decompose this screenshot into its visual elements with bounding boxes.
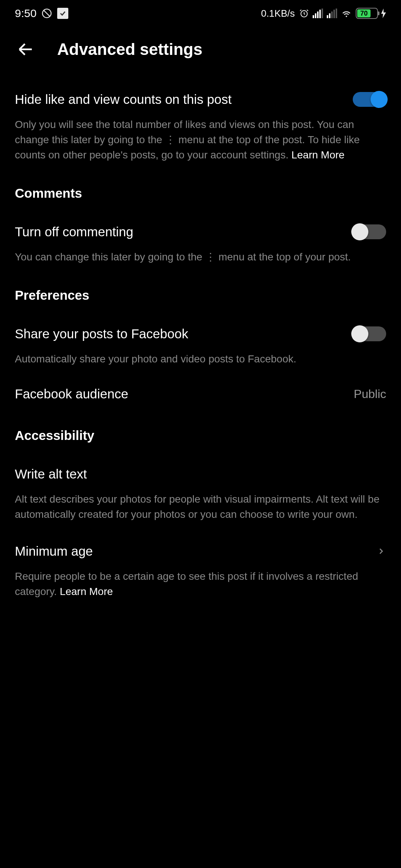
- back-button[interactable]: [16, 40, 35, 59]
- charging-icon: [381, 9, 386, 18]
- hide-counts-desc: Only you will see the total number of li…: [15, 113, 386, 166]
- network-speed: 0.1KB/s: [261, 8, 295, 19]
- page-title: Advanced settings: [57, 40, 202, 59]
- write-alt-text-row[interactable]: Write alt text: [15, 447, 386, 487]
- write-alt-text-desc: Alt text describes your photos for peopl…: [15, 487, 386, 525]
- turn-off-commenting-row[interactable]: Turn off commenting: [15, 204, 386, 245]
- checkbox-icon: [57, 8, 68, 19]
- hide-counts-toggle[interactable]: [353, 92, 386, 107]
- section-comments: Comments: [15, 166, 386, 204]
- battery-icon: 70: [356, 8, 378, 19]
- share-facebook-row[interactable]: Share your posts to Facebook: [15, 306, 386, 347]
- status-right: 0.1KB/s 70: [261, 8, 386, 19]
- section-preferences: Preferences: [15, 268, 386, 306]
- wifi-icon: [341, 9, 352, 18]
- status-time: 9:50: [15, 7, 36, 20]
- alarm-icon: [299, 9, 309, 18]
- hide-counts-row[interactable]: Hide like and view counts on this post: [15, 72, 386, 113]
- turn-off-commenting-desc: You can change this later by going to th…: [15, 245, 386, 268]
- battery-level: 70: [357, 9, 371, 17]
- facebook-audience-value: Public: [354, 387, 386, 401]
- app-header: Advanced settings: [0, 27, 401, 72]
- content: Hide like and view counts on this post O…: [0, 72, 401, 602]
- signal-icon-2: [327, 9, 337, 18]
- facebook-audience-row[interactable]: Facebook audience Public: [15, 369, 386, 408]
- chevron-right-icon: [376, 546, 386, 556]
- minimum-age-row[interactable]: Minimum age: [15, 525, 386, 565]
- minimum-age-title: Minimum age: [15, 544, 93, 559]
- hide-counts-learn-more[interactable]: Learn More: [291, 149, 345, 161]
- status-left: 9:50: [15, 7, 68, 20]
- signal-icon-1: [313, 9, 323, 18]
- hide-counts-title: Hide like and view counts on this post: [15, 92, 232, 107]
- section-accessibility: Accessibility: [15, 408, 386, 447]
- minimum-age-learn-more[interactable]: Learn More: [60, 586, 113, 597]
- write-alt-text-title: Write alt text: [15, 467, 87, 481]
- share-facebook-toggle[interactable]: [353, 326, 386, 341]
- status-bar: 9:50 0.1KB/s 70: [0, 0, 401, 27]
- share-facebook-title: Share your posts to Facebook: [15, 326, 188, 341]
- share-facebook-desc: Automatically share your photo and video…: [15, 347, 386, 370]
- turn-off-commenting-toggle[interactable]: [353, 224, 386, 239]
- minimum-age-desc: Require people to be a certain age to se…: [15, 565, 386, 602]
- turn-off-commenting-title: Turn off commenting: [15, 224, 133, 239]
- facebook-audience-title: Facebook audience: [15, 387, 128, 401]
- dnd-icon: [42, 8, 52, 19]
